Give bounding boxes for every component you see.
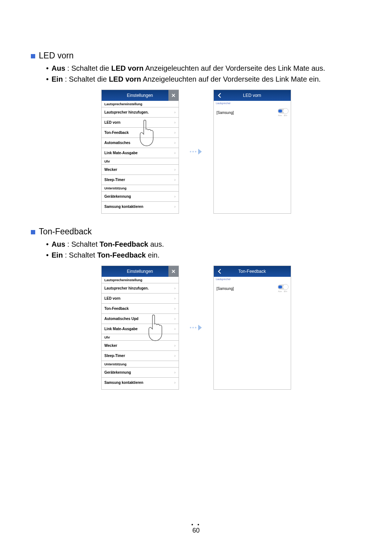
- bullet-text: Aus : Schaltet die LED vorn Anzeigeleuch…: [52, 63, 325, 74]
- chevron-right-icon: ›: [174, 178, 175, 182]
- section-label: Lautsprecher: [214, 101, 291, 106]
- section-title-led-vorn: LED vorn: [39, 51, 74, 61]
- settings-row[interactable]: Wecker›: [102, 340, 179, 350]
- settings-row[interactable]: Samsung kontaktieren›: [102, 377, 179, 387]
- settings-group-label: Lautsprechereinstellung: [102, 101, 179, 107]
- chevron-right-icon: ›: [174, 317, 175, 321]
- settings-row[interactable]: Automatisches Upd›: [102, 313, 179, 324]
- figure-row-led-vorn: Einstellungen ✕ Lautsprechereinstellung …: [31, 90, 361, 214]
- chevron-right-icon: ›: [174, 110, 175, 114]
- chevron-right-icon: ›: [174, 370, 175, 374]
- settings-group-label: Unterstützung: [102, 361, 179, 367]
- back-button[interactable]: [214, 90, 225, 101]
- bullet-list-led-vorn: • Aus : Schaltet die LED vorn Anzeigeleu…: [46, 63, 361, 85]
- bullet-text: Aus : Schaltet Ton-Feedback aus.: [52, 239, 164, 250]
- screenshot-led-vorn-detail: LED vorn Lautsprecher [Samsung] Aus Ein: [213, 90, 291, 214]
- settings-group-label: Uhr: [102, 158, 179, 164]
- settings-row[interactable]: Ton-Feedback›: [102, 303, 179, 313]
- toggle-row[interactable]: [Samsung] Aus Ein: [214, 106, 291, 119]
- bullet-text: Ein : Schaltet die LED vorn Anzeigeleuch…: [52, 74, 321, 85]
- bullet-dot-icon: •: [46, 250, 49, 260]
- phone-title: LED vorn: [243, 93, 261, 98]
- chevron-right-icon: ›: [174, 131, 175, 135]
- toggle-row[interactable]: [Samsung] Aus Ein: [214, 282, 291, 295]
- chevron-right-icon: ›: [174, 296, 175, 300]
- settings-row[interactable]: Lautsprecher hinzufugen.›: [102, 107, 179, 117]
- settings-row[interactable]: Automatisches›: [102, 138, 179, 148]
- chevron-right-icon: ›: [174, 327, 175, 331]
- chevron-right-icon: ›: [174, 381, 175, 385]
- chevron-right-icon: ›: [174, 120, 175, 124]
- toggle-switch[interactable]: Aus Ein: [278, 284, 288, 292]
- arrow-right-icon: [190, 148, 203, 155]
- chevron-right-icon: ›: [174, 168, 175, 172]
- section-title-ton-feedback: Ton-Feedback: [39, 227, 92, 237]
- bullet-dot-icon: •: [46, 63, 49, 74]
- screenshot-settings-left-1: Einstellungen ✕ Lautsprechereinstellung …: [101, 90, 179, 214]
- square-bullet-icon: [31, 54, 35, 58]
- settings-row[interactable]: Link Mate-Ausgabe›: [102, 148, 179, 158]
- settings-row[interactable]: Gerätekennung›: [102, 367, 179, 377]
- bullet-dot-icon: •: [46, 74, 49, 85]
- phone-header: Ton-Feedback: [214, 266, 291, 277]
- phone-title: Ton-Feedback: [238, 269, 266, 274]
- square-bullet-icon: [31, 230, 35, 234]
- section-label: Lautsprecher: [214, 277, 291, 282]
- settings-row[interactable]: LED vorn›: [102, 293, 179, 303]
- chevron-right-icon: ›: [174, 141, 175, 145]
- settings-row[interactable]: Samsung kontaktieren›: [102, 201, 179, 212]
- toggle-switch[interactable]: Aus Ein: [278, 108, 288, 116]
- chevron-right-icon: ›: [174, 354, 175, 358]
- bullet-list-ton-feedback: • Aus : Schaltet Ton-Feedback aus. • Ein…: [46, 239, 361, 260]
- close-button[interactable]: ✕: [168, 90, 179, 101]
- back-button[interactable]: [214, 266, 225, 277]
- chevron-right-icon: ›: [174, 151, 175, 155]
- screenshot-settings-left-2: Einstellungen ✕ Lautsprechereinstellung …: [101, 266, 179, 390]
- phone-header: LED vorn: [214, 90, 291, 101]
- settings-row[interactable]: Sleep-Timer›: [102, 350, 179, 361]
- settings-row[interactable]: Lautsprecher hinzufugen.›: [102, 283, 179, 293]
- phone-header: Einstellungen ✕: [102, 90, 179, 101]
- figure-row-ton-feedback: Einstellungen ✕ Lautsprechereinstellung …: [31, 266, 361, 390]
- chevron-right-icon: ›: [174, 194, 175, 198]
- chevron-right-icon: ›: [174, 286, 175, 290]
- bullet-text: Ein : Schaltet Ton-Feedback ein.: [52, 250, 160, 260]
- settings-group-label: Uhr: [102, 334, 179, 340]
- chevron-right-icon: ›: [174, 344, 175, 348]
- settings-row[interactable]: Sleep-Timer›: [102, 175, 179, 185]
- settings-row[interactable]: LED vorn›: [102, 117, 179, 127]
- phone-header: Einstellungen ✕: [102, 266, 179, 277]
- page-number: • • 60: [0, 522, 392, 534]
- arrow-right-icon: [190, 324, 203, 331]
- settings-group-label: Unterstützung: [102, 185, 179, 191]
- settings-row[interactable]: Link Mate-Ausgabe›: [102, 324, 179, 334]
- chevron-right-icon: ›: [174, 307, 175, 311]
- bullet-dot-icon: •: [46, 239, 49, 250]
- close-button[interactable]: ✕: [168, 266, 179, 277]
- phone-title: Einstellungen: [127, 269, 153, 274]
- screenshot-ton-feedback-detail: Ton-Feedback Lautsprecher [Samsung] Aus …: [213, 266, 291, 390]
- settings-row[interactable]: Wecker›: [102, 164, 179, 175]
- chevron-right-icon: ›: [174, 205, 175, 209]
- settings-group-label: Lautsprechereinstellung: [102, 277, 179, 283]
- settings-row[interactable]: Gerätekennung›: [102, 191, 179, 201]
- settings-row[interactable]: Ton-Feedback›: [102, 127, 179, 138]
- phone-title: Einstellungen: [127, 93, 153, 98]
